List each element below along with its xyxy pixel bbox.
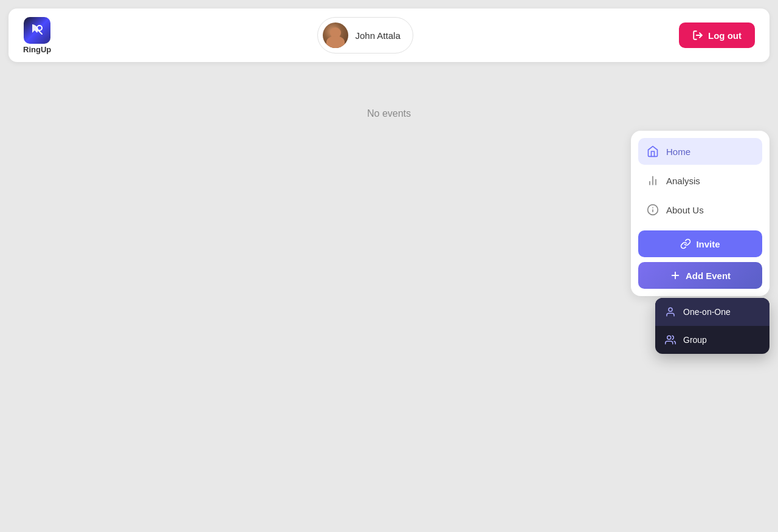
add-icon xyxy=(670,270,681,281)
add-event-button[interactable]: Add Event xyxy=(638,262,762,289)
no-events-text: No events xyxy=(367,108,411,119)
svg-point-10 xyxy=(669,308,672,311)
header: RingUp John Attala Log out xyxy=(9,9,769,62)
group-icon xyxy=(665,334,676,345)
analysis-icon xyxy=(647,174,659,187)
logout-button[interactable]: Log out xyxy=(679,22,755,48)
sidebar-item-about[interactable]: About Us xyxy=(638,196,762,223)
dropdown-item-group[interactable]: Group xyxy=(655,326,769,354)
dropdown-item-one-on-one-label: One-on-One xyxy=(683,307,731,317)
logo-area: RingUp xyxy=(23,17,51,54)
dropdown-item-one-on-one[interactable]: One-on-One xyxy=(655,298,769,326)
person-icon xyxy=(665,306,676,317)
sidebar-item-home[interactable]: Home xyxy=(638,138,762,165)
user-name: John Attala xyxy=(356,30,401,41)
dropdown-item-group-label: Group xyxy=(683,335,707,345)
add-event-label: Add Event xyxy=(686,271,731,281)
right-panel: Home Analysis About Us Invite Add xyxy=(631,131,769,296)
logo-text: RingUp xyxy=(23,45,51,54)
invite-button[interactable]: Invite xyxy=(638,230,762,257)
sidebar-item-home-label: Home xyxy=(666,147,690,157)
home-icon xyxy=(647,145,659,157)
info-icon xyxy=(647,204,659,216)
user-pill[interactable]: John Attala xyxy=(317,17,413,54)
invite-label: Invite xyxy=(696,239,720,249)
avatar xyxy=(323,22,348,48)
logout-label: Log out xyxy=(708,30,742,41)
add-event-dropdown: One-on-One Group xyxy=(655,298,769,354)
invite-icon xyxy=(680,238,691,249)
logo-icon xyxy=(24,17,50,44)
sidebar-item-analysis[interactable]: Analysis xyxy=(638,167,762,194)
sidebar-item-analysis-label: Analysis xyxy=(666,176,700,186)
sidebar-item-about-label: About Us xyxy=(666,205,704,215)
svg-point-11 xyxy=(667,336,671,339)
logout-icon xyxy=(692,30,703,41)
